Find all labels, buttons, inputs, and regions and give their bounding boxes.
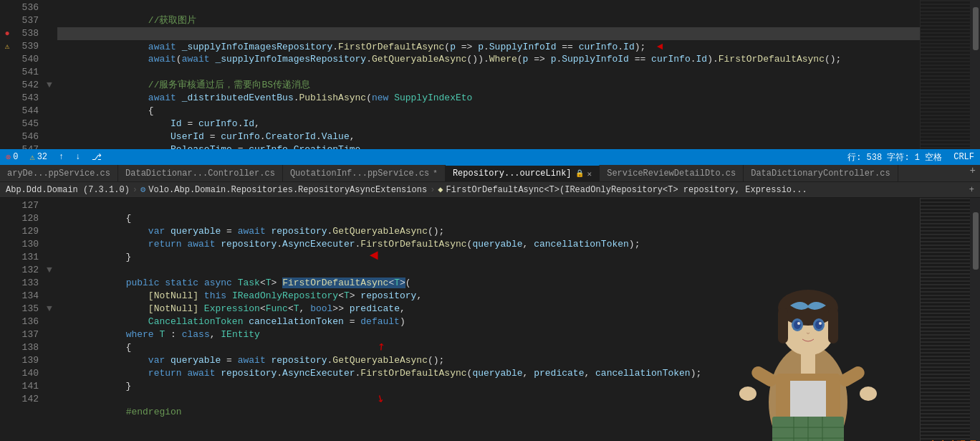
status-bar: ⊗ 0 ⚠ 32 ↑ ↓ ⎇ 行: 538 字符: 1 空格 CRLF bbox=[0, 149, 980, 165]
new-tab-button[interactable]: + bbox=[966, 165, 980, 181]
bottom-minimap bbox=[920, 198, 970, 441]
bottom-code-container: 127 128 129 130 131 132 133 134 135 136 … bbox=[0, 198, 980, 441]
bottom-code-line-131 bbox=[57, 251, 920, 264]
tab-quotation[interactable]: QuotationInf...ppService.cs * bbox=[283, 165, 446, 181]
code-line-536: //获取图片 bbox=[57, 1, 920, 14]
bottom-fold-gutter: ▼ ▼ bbox=[44, 198, 54, 441]
bottom-code-line-138: var queryable = await repository.GetQuer… bbox=[57, 341, 920, 354]
code-line-544: Id = curInfo.Id, bbox=[57, 105, 920, 118]
bottom-code-line-133: [NotNull] this IReadOnlyRepository<T> re… bbox=[57, 277, 920, 290]
bottom-bp-gutter bbox=[0, 198, 14, 441]
breadcrumb-add-button[interactable]: + bbox=[969, 185, 974, 195]
code-line-546: ReleaseTime = curInfo.CreationTime, bbox=[57, 131, 920, 143]
code-line-537: var images = await (await _supplyInfoIma… bbox=[57, 14, 920, 27]
bottom-code-line-141 bbox=[57, 380, 920, 393]
bottom-code-line-135: CancellationToken cancellationToken = de… bbox=[57, 303, 920, 316]
bottom-code-line-130: } bbox=[57, 238, 920, 251]
code-line-539: await(await _supplyInfoImagesRepository.… bbox=[57, 40, 920, 53]
top-scrollbar[interactable] bbox=[970, 0, 980, 149]
bottom-scrollbar[interactable] bbox=[970, 198, 980, 441]
tab-servicereview[interactable]: ServiceReviewDetailDto.cs bbox=[600, 165, 744, 181]
bottom-code-line-137: { bbox=[57, 328, 920, 341]
bottom-code-lines: { var queryable = await repository.GetQu… bbox=[54, 198, 920, 441]
top-line-numbers: 536 537 538 539 540 541 542 543 544 545 … bbox=[14, 0, 44, 149]
top-code-content: ● ⚠ 536 537 538 539 540 541 542 543 544 … bbox=[0, 0, 980, 149]
breadcrumb-method[interactable]: FirstOrDefaultAsync<T>(IReadOnlyReposito… bbox=[446, 185, 807, 195]
breadcrumb-icon-method: ◆ bbox=[438, 184, 443, 195]
code-line-538: await _supplyInfoImagesRepository.FirstO… bbox=[57, 27, 920, 40]
bottom-code-line-136: where T : class, IEntity bbox=[57, 316, 920, 328]
code-line-547: Title = curInfo.SupplyName, bbox=[57, 143, 920, 149]
tab-repository[interactable]: Repository...ourceLink] 🔒 ✕ bbox=[446, 165, 600, 181]
breakpoint-gutter: ● ⚠ bbox=[0, 0, 14, 149]
top-minimap bbox=[920, 0, 970, 149]
tab-repository-close[interactable]: ✕ bbox=[587, 169, 592, 179]
bottom-code-line-139: return await repository.AsyncExecuter.Fi… bbox=[57, 354, 920, 367]
breadcrumb-namespace[interactable]: Volo.Abp.Domain.Repositories.RepositoryA… bbox=[148, 185, 427, 195]
breadcrumb-icon-ns: ⚙ bbox=[140, 184, 145, 195]
code-line-545: UserId = curInfo.CreatorId.Value, bbox=[57, 118, 920, 131]
tab-aryDe[interactable]: aryDe...ppService.cs bbox=[0, 165, 118, 181]
tab-datadict[interactable]: DataDictionar...Controller.cs bbox=[118, 165, 283, 181]
bottom-code-line-128: var queryable = await repository.GetQuer… bbox=[57, 212, 920, 225]
bottom-code-line-140: } bbox=[57, 367, 920, 380]
top-scrollbar-thumb[interactable] bbox=[973, 7, 979, 50]
bottom-editor: 127 128 129 130 131 132 133 134 135 136 … bbox=[0, 198, 980, 441]
top-editor: ● ⚠ 536 537 538 539 540 541 542 543 544 … bbox=[0, 0, 980, 165]
error-count: ⊗ 0 bbox=[6, 152, 18, 163]
bottom-code-line-127: { bbox=[57, 199, 920, 212]
code-line-540 bbox=[57, 53, 920, 66]
bottom-scrollbar-thumb[interactable] bbox=[973, 212, 979, 270]
code-line-541: //服务审核通过后，需要向BS传递消息 bbox=[57, 66, 920, 79]
tab-quotation-modified: * bbox=[433, 169, 438, 178]
breadcrumb-dropdown-project[interactable]: Abp.Ddd.Domain (7.3.1.0) bbox=[6, 185, 130, 195]
tab-datadict2[interactable]: DataDictionaryController.cs bbox=[744, 165, 898, 181]
bottom-code-line-142: #endregion bbox=[57, 393, 920, 406]
code-line-543: { bbox=[57, 92, 920, 105]
bottom-code-line-134: [NotNull] Expression<Func<T, bool>> pred… bbox=[57, 290, 920, 303]
top-fold-gutter: ▼ bbox=[44, 0, 54, 149]
tab-bar: aryDe...ppService.cs DataDictionar...Con… bbox=[0, 165, 980, 182]
bottom-code-line-132: public static async Task<T> FirstOrDefau… bbox=[57, 264, 920, 277]
top-code-lines: //获取图片 var images = await (await _supply… bbox=[54, 0, 920, 149]
bottom-code-line-129: return await repository.AsyncExecuter.Fi… bbox=[57, 225, 920, 238]
code-line-542: await _distributedEventBus.PublishAsync(… bbox=[57, 79, 920, 92]
bottom-line-numbers: 127 128 129 130 131 132 133 134 135 136 … bbox=[14, 198, 44, 441]
lock-icon: 🔒 bbox=[575, 169, 584, 178]
breadcrumb-bar: Abp.Ddd.Domain (7.3.1.0) › ⚙ Volo.Abp.Do… bbox=[0, 182, 980, 198]
warning-count: ⚠ 32 bbox=[29, 152, 47, 163]
